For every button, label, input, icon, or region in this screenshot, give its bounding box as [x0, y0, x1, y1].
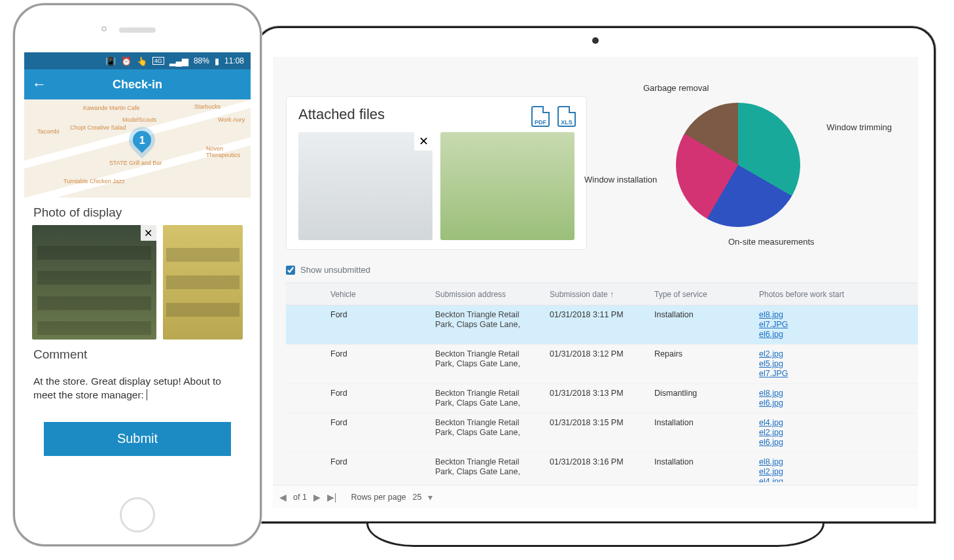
cell-date: 01/31/2018 3:11 PM	[544, 309, 649, 321]
cell-address: Beckton Triangle Retail Park, Claps Gate…	[430, 417, 544, 436]
col-vehicle[interactable]: Vehicle	[325, 290, 430, 299]
pager-rows-dropdown-icon[interactable]: ▾	[428, 492, 433, 502]
photo-link[interactable]: el8.jpg	[759, 457, 853, 467]
col-service[interactable]: Type of service	[649, 290, 754, 299]
col-date[interactable]: Submission date ↑	[544, 290, 649, 299]
app-bar: ← Check-in	[24, 69, 251, 99]
laptop-screen: Attached files PDF XLS ✕ Garbage removal…	[273, 57, 918, 508]
cell-photos: el8.jpgel2.jpgel4.jpg	[754, 456, 858, 482]
cell-photos: el8.jpgel7.JPGel6.jpg	[754, 309, 858, 341]
photo-link[interactable]: el8.jpg	[759, 310, 853, 320]
cell-service: Repairs	[649, 348, 754, 360]
cell-vehicle: Ford	[325, 456, 430, 468]
photo-link[interactable]: el6.jpg	[759, 398, 853, 408]
phone-frame: 📳 ⏰ 👆 4G ▂▄▆ 88% ▮ 11:08 ← Check-in Kawa…	[13, 3, 262, 546]
table-row[interactable]: FordBeckton Triangle Retail Park, Claps …	[286, 453, 918, 482]
phone-speaker	[119, 27, 156, 33]
pager-next-icon[interactable]: ▶	[313, 492, 321, 502]
pager-last-icon[interactable]: ▶|	[327, 492, 337, 502]
pie-label: On-site measurements	[728, 237, 815, 247]
clock: 11:08	[224, 56, 244, 65]
service-type-pie-chart: Garbage removal Window trimming On-site …	[584, 83, 892, 253]
status-bar: 📳 ⏰ 👆 4G ▂▄▆ 88% ▮ 11:08	[24, 52, 251, 69]
cell-vehicle: Ford	[325, 309, 430, 321]
cell-date: 01/31/2018 3:15 PM	[544, 417, 649, 429]
photo-section-title: Photo of display	[24, 198, 251, 225]
pager-of-label: of 1	[293, 493, 307, 502]
laptop-base	[366, 523, 824, 547]
display-photo[interactable]: ✕	[32, 225, 156, 340]
col-photos[interactable]: Photos before work start	[754, 290, 858, 299]
submissions-table: Vehicle Submission address Submission da…	[286, 283, 918, 482]
show-unsubmitted-checkbox[interactable]	[286, 266, 295, 275]
cell-photos: el8.jpgel6.jpg	[754, 387, 858, 410]
comment-section-title: Comment	[24, 340, 251, 367]
home-button[interactable]	[120, 497, 155, 533]
remove-photo-button[interactable]: ✕	[141, 225, 156, 241]
app-bar-title: Check-in	[113, 78, 162, 92]
photo-link[interactable]: el7.JPG	[759, 369, 853, 379]
battery-icon: ▮	[215, 56, 219, 66]
photo-link[interactable]: el4.jpg	[759, 418, 853, 428]
attached-files-card: Attached files PDF XLS ✕	[286, 96, 587, 250]
touch-icon: 👆	[137, 56, 147, 66]
cell-vehicle: Ford	[325, 348, 430, 360]
back-button[interactable]: ←	[32, 76, 46, 93]
table-row[interactable]: FordBeckton Triangle Retail Park, Claps …	[286, 384, 918, 413]
cell-vehicle: Ford	[325, 387, 430, 399]
cell-service: Installation	[649, 417, 754, 429]
alarm-icon: ⏰	[121, 56, 132, 66]
laptop-frame: Attached files PDF XLS ✕ Garbage removal…	[255, 26, 936, 523]
table-header-row: Vehicle Submission address Submission da…	[286, 283, 918, 306]
phone-screen: 📳 ⏰ 👆 4G ▂▄▆ 88% ▮ 11:08 ← Check-in Kawa…	[24, 52, 251, 485]
attachment-thumbnail[interactable]: ✕	[298, 132, 433, 240]
export-xls-button[interactable]: XLS	[557, 106, 576, 127]
photo-link[interactable]: el6.jpg	[759, 438, 853, 447]
attached-files-title: Attached files	[298, 106, 385, 123]
photo-link[interactable]: el6.jpg	[759, 330, 853, 340]
display-photo[interactable]	[163, 225, 243, 340]
table-row[interactable]: FordBeckton Triangle Retail Park, Claps …	[286, 345, 918, 384]
attachment-thumbnail[interactable]	[440, 132, 574, 240]
photo-link[interactable]: el5.jpg	[759, 359, 853, 369]
cell-address: Beckton Triangle Retail Park, Claps Gate…	[430, 456, 544, 476]
table-row[interactable]: FordBeckton Triangle Retail Park, Claps …	[286, 413, 918, 453]
comment-input[interactable]: At the store. Great display setup! About…	[24, 367, 251, 410]
photo-link[interactable]: el8.jpg	[759, 389, 853, 398]
cell-date: 01/31/2018 3:16 PM	[544, 456, 649, 468]
photo-link[interactable]: el4.jpg	[759, 477, 853, 482]
pie-label: Garbage removal	[643, 83, 709, 93]
cell-address: Beckton Triangle Retail Park, Claps Gate…	[430, 387, 544, 407]
photo-link[interactable]: el2.jpg	[759, 349, 853, 359]
pager-prev-icon[interactable]: ◀	[279, 492, 287, 502]
cell-vehicle: Ford	[325, 417, 430, 429]
cell-photos: el4.jpgel2.jpgel6.jpg	[754, 417, 858, 449]
cell-address: Beckton Triangle Retail Park, Claps Gate…	[430, 348, 544, 368]
photo-link[interactable]: el2.jpg	[759, 467, 853, 477]
photo-link[interactable]: el2.jpg	[759, 428, 853, 438]
pager-rows-value: 25	[413, 493, 422, 502]
map-view[interactable]: Kawande Martin Cafe ModelScouts Chopt Cr…	[24, 99, 251, 198]
pie-label: Window installation	[584, 175, 657, 184]
show-unsubmitted-toggle[interactable]: Show unsubmitted	[286, 265, 370, 275]
vibrate-icon: 📳	[105, 56, 116, 66]
cell-service: Installation	[649, 456, 754, 468]
table-pager: ◀ of 1 ▶ ▶| Rows per page 25 ▾	[273, 485, 918, 508]
col-address[interactable]: Submission address	[430, 290, 544, 299]
remove-attachment-button[interactable]: ✕	[414, 132, 433, 150]
cell-date: 01/31/2018 3:13 PM	[544, 387, 649, 399]
signal-icon: ▂▄▆	[169, 56, 188, 66]
export-pdf-button[interactable]: PDF	[531, 106, 550, 127]
pie-label: Window trimming	[826, 122, 892, 132]
cell-service: Installation	[649, 309, 754, 321]
pager-rows-label: Rows per page	[351, 493, 406, 502]
table-row[interactable]: FordBeckton Triangle Retail Park, Claps …	[286, 306, 918, 345]
cell-date: 01/31/2018 3:12 PM	[544, 348, 649, 360]
cell-photos: el2.jpgel5.jpgel7.JPG	[754, 348, 858, 380]
photo-link[interactable]: el7.JPG	[759, 320, 853, 330]
battery-percent: 88%	[194, 56, 209, 65]
laptop-camera	[592, 37, 599, 44]
submit-button[interactable]: Submit	[44, 422, 231, 456]
cell-address: Beckton Triangle Retail Park, Claps Gate…	[430, 309, 544, 328]
network-type-badge: 4G	[152, 57, 164, 65]
